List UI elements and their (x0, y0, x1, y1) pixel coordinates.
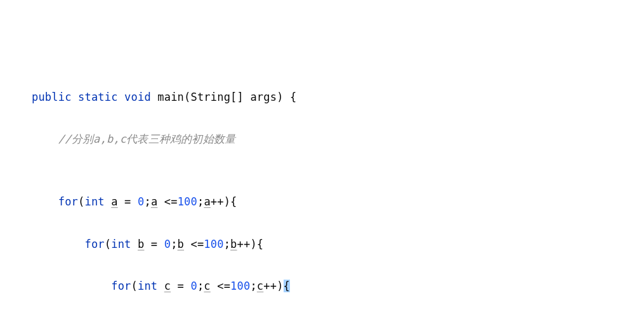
keyword-for: for (58, 195, 78, 208)
num-100: 100 (178, 195, 197, 208)
var-a: a (111, 195, 117, 208)
var-a: a (204, 195, 210, 208)
var-c: c (257, 280, 263, 292)
paren-brace: ) { (277, 91, 296, 103)
code-line-4: for(int a = 0;a <=100;a++){ (0, 191, 644, 212)
num-0: 0 (164, 238, 171, 250)
num-0: 0 (138, 195, 144, 208)
code-line-6: for(int c = 0;c <=100;c++){ (0, 276, 644, 297)
keyword-int: int (138, 280, 157, 292)
keyword-int: int (111, 238, 131, 250)
code-line-5: for(int b = 0;b <=100;b++){ (0, 234, 644, 255)
keyword-void: void (124, 91, 151, 103)
code-line-2: //分别a,b,c代表三种鸡的初始数量 (0, 129, 644, 150)
keyword-static: static (78, 91, 118, 103)
var-b: b (178, 238, 184, 250)
var-c: c (164, 280, 171, 292)
keyword-int: int (85, 195, 105, 208)
selection-brace: { (284, 280, 290, 292)
var-b: b (138, 238, 144, 250)
param-name: args (250, 91, 277, 103)
var-b: b (230, 238, 237, 250)
var-c: c (204, 280, 210, 292)
keyword-for: for (111, 280, 131, 292)
num-0: 0 (190, 280, 197, 292)
keyword-for: for (84, 238, 104, 250)
code-line-1: public static void main(String[] args) { (0, 87, 644, 108)
num-100: 100 (230, 280, 250, 292)
num-100: 100 (204, 238, 223, 250)
param-type: String[] (190, 91, 243, 103)
keyword-public: public (32, 91, 72, 103)
comment: //分别a,b,c代表三种鸡的初始数量 (58, 133, 235, 145)
method-name: main (157, 91, 184, 103)
var-a: a (151, 195, 157, 208)
